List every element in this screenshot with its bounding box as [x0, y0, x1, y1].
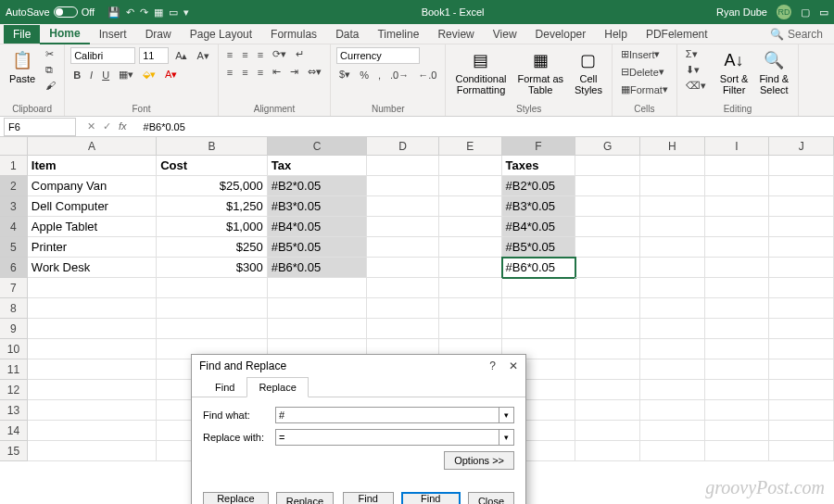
tab-review[interactable]: Review [428, 25, 483, 44]
cell[interactable] [769, 298, 834, 319]
dialog-titlebar[interactable]: Find and Replace ? ✕ [192, 355, 525, 377]
cell[interactable] [575, 339, 640, 359]
col-header-i[interactable]: I [705, 137, 770, 155]
cell[interactable] [28, 339, 157, 359]
cell[interactable] [575, 196, 640, 217]
cell[interactable] [367, 217, 439, 237]
cell[interactable] [769, 421, 834, 441]
tab-help[interactable]: Help [595, 25, 637, 44]
qat-icon[interactable]: ▭ [169, 6, 178, 19]
cell[interactable]: $1,250 [157, 196, 267, 217]
row-header[interactable]: 14 [0, 421, 28, 441]
dialog-tab-find[interactable]: Find [203, 377, 246, 397]
cell[interactable]: #B2*0.05 [502, 176, 576, 196]
autosave-toggle[interactable]: AutoSave Off [6, 6, 95, 18]
cell[interactable] [769, 176, 834, 196]
cell[interactable] [705, 319, 770, 339]
cell[interactable] [575, 400, 640, 421]
cell[interactable] [28, 421, 157, 441]
cell[interactable] [367, 319, 439, 339]
font-name-input[interactable] [70, 47, 135, 64]
col-header-e[interactable]: E [439, 137, 502, 155]
row-header[interactable]: 15 [0, 441, 28, 461]
align-center-icon[interactable]: ≡ [239, 66, 250, 79]
font-size-input[interactable] [139, 47, 169, 64]
merge-center-icon[interactable]: ⇔▾ [305, 65, 324, 79]
cell[interactable] [769, 258, 834, 278]
col-header-b[interactable]: B [157, 137, 267, 155]
cell[interactable] [439, 258, 502, 278]
replace-button[interactable]: Replace [276, 492, 334, 504]
cell[interactable] [705, 156, 770, 176]
row-header[interactable]: 7 [0, 278, 28, 298]
cell[interactable] [575, 156, 640, 176]
cell[interactable] [769, 380, 834, 400]
cell[interactable]: Work Desk [28, 258, 157, 278]
cell[interactable] [157, 319, 267, 339]
cell[interactable] [575, 380, 640, 400]
cell[interactable]: #B4*0.05 [502, 217, 576, 237]
cell[interactable]: #B3*0.05 [268, 196, 368, 217]
cell[interactable] [502, 298, 576, 319]
bold-button[interactable]: B [70, 69, 83, 82]
tab-page-layout[interactable]: Page Layout [181, 25, 261, 44]
increase-decimal-icon[interactable]: .0→ [387, 69, 411, 82]
italic-button[interactable]: I [87, 69, 95, 82]
cell[interactable] [640, 298, 705, 319]
decrease-font-icon[interactable]: A▾ [194, 49, 211, 63]
cell[interactable]: #B4*0.05 [268, 217, 368, 237]
conditional-formatting-button[interactable]: ▤Conditional Formatting [451, 47, 510, 97]
cell[interactable] [439, 217, 502, 237]
tab-developer[interactable]: Developer [526, 25, 596, 44]
cell[interactable] [705, 237, 770, 258]
search-box[interactable]: 🔍 Search [770, 28, 830, 41]
fx-icon[interactable]: fx [119, 120, 127, 132]
cell[interactable] [705, 400, 770, 421]
cell[interactable]: $250 [157, 237, 267, 258]
cell[interactable] [640, 441, 705, 461]
cell[interactable] [268, 298, 368, 319]
format-cells-button[interactable]: ▦ Format ▾ [618, 82, 671, 96]
cell[interactable] [575, 176, 640, 196]
cell[interactable] [769, 237, 834, 258]
clear-icon[interactable]: ⌫▾ [683, 79, 709, 93]
cell[interactable] [575, 421, 640, 441]
row-header[interactable]: 1 [0, 156, 28, 176]
qat-icon[interactable]: ▦ [154, 6, 163, 19]
cell[interactable] [575, 258, 640, 278]
col-header-c[interactable]: C [268, 137, 368, 155]
align-bottom-icon[interactable]: ≡ [255, 48, 266, 61]
cell[interactable] [575, 298, 640, 319]
cell[interactable] [705, 298, 770, 319]
cell[interactable] [268, 319, 368, 339]
cell[interactable] [640, 156, 705, 176]
user-avatar[interactable]: RD [777, 5, 791, 19]
cell[interactable] [367, 196, 439, 217]
col-header-a[interactable]: A [28, 137, 157, 155]
cell[interactable]: Taxes [502, 156, 576, 176]
cell[interactable] [705, 217, 770, 237]
col-header-j[interactable]: J [769, 137, 834, 155]
format-painter-icon[interactable]: 🖌 [43, 79, 58, 92]
cell[interactable] [705, 278, 770, 298]
tab-insert[interactable]: Insert [90, 25, 136, 44]
redo-icon[interactable]: ↷ [140, 6, 148, 19]
cell[interactable] [705, 176, 770, 196]
cell[interactable] [769, 156, 834, 176]
cell[interactable] [367, 278, 439, 298]
options-button[interactable]: Options >> [444, 451, 514, 470]
cell-styles-button[interactable]: ▢Cell Styles [571, 47, 606, 97]
tab-home[interactable]: Home [40, 24, 89, 44]
cell[interactable] [28, 359, 157, 380]
notes-icon[interactable]: ▭ [819, 6, 828, 19]
cell[interactable] [157, 298, 267, 319]
qat-icon[interactable]: ▾ [183, 6, 189, 19]
cell[interactable] [769, 339, 834, 359]
row-header[interactable]: 5 [0, 237, 28, 258]
number-format-input[interactable] [336, 47, 420, 64]
ribbon-display-icon[interactable]: ▢ [801, 6, 810, 19]
cell[interactable] [575, 217, 640, 237]
replace-with-input[interactable] [275, 429, 499, 446]
cell[interactable] [640, 400, 705, 421]
percent-icon[interactable]: % [357, 69, 372, 82]
